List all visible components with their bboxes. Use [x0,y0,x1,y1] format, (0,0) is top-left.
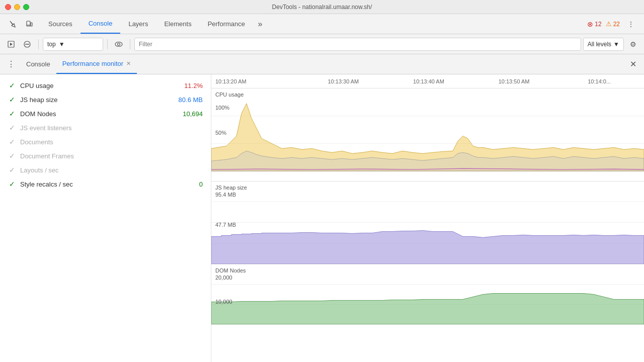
settings-button[interactable]: ⚙ [626,37,640,51]
main-content: ✓ CPU usage 11.2% ✓ JS heap size 80.6 MB… [0,74,644,362]
dom-chart-svg [211,264,644,324]
metric-name: Document Frames [20,152,203,160]
svg-point-8 [118,43,120,45]
cpu-chart: CPU usage 100% 50% [211,88,644,182]
console-toolbar: top ▼ All levels ▼ ⚙ [0,34,644,54]
check-icon: ✓ [8,124,16,132]
cpu-50-label: 50% [215,130,226,136]
metric-dom-nodes[interactable]: ✓ DOM Nodes 10,694 [0,107,211,121]
metric-layouts[interactable]: ✓ Layouts / sec [0,163,211,177]
dom-mid-label: 10,000 [215,299,232,305]
clear-console-button[interactable] [20,37,34,51]
metric-value: 11.2% [184,82,203,89]
svg-rect-1 [31,23,32,26]
metric-name: Layouts / sec [20,166,203,174]
check-icon: ✓ [8,81,16,89]
close-tab-icon[interactable]: ✕ [126,60,131,67]
inner-tab-bar: ⋮ Console Performance monitor ✕ ✕ [0,54,644,74]
check-icon: ✓ [8,138,16,146]
metric-value: 0 [199,180,203,188]
context-selector[interactable]: top ▼ [43,38,103,51]
svg-marker-20 [211,294,644,324]
metric-js-events[interactable]: ✓ JS event listeners [0,121,211,135]
metric-cpu-usage[interactable]: ✓ CPU usage 11.2% [0,78,211,93]
svg-point-7 [115,42,122,46]
nav-tab-elements[interactable]: Elements [156,14,199,34]
warning-badge[interactable]: ⚠ 22 [606,20,620,28]
error-badge[interactable]: ⊗ 12 [587,20,601,28]
time-label-4: 10:13:50 AM [471,78,557,84]
devtools-menu[interactable]: ⋮ [624,17,638,31]
dom-chart-label: DOM Nodes [215,267,246,274]
separator-3 [130,39,130,49]
nav-tabs: Sources Console Layers Elements Performa… [40,14,583,34]
dom-chart: DOM Nodes 20,000 10,000 [211,264,644,325]
metric-js-heap[interactable]: ✓ JS heap size 80.6 MB [0,93,211,107]
maximize-button[interactable] [23,4,29,10]
metric-name: DOM Nodes [20,110,183,118]
heap-chart-svg [211,182,644,264]
inspect-icon[interactable] [6,17,20,31]
heap-chart: JS heap size 95.4 MB 47.7 MB [211,182,644,264]
dom-max-label: 20,000 [215,275,232,281]
metric-name: Style recalcs / sec [20,180,199,188]
window-title: DevTools - nationalrail.umaar.now.sh/ [272,4,372,11]
nav-icons [2,17,40,31]
tab-performance-monitor[interactable]: Performance monitor ✕ [56,54,137,74]
traffic-lights [5,4,29,10]
metric-name: JS event listeners [20,124,203,132]
cpu-chart-label: CPU usage [215,92,244,98]
time-label-1: 10:13:20 AM [213,78,301,84]
nav-tab-layers[interactable]: Layers [120,14,156,34]
separator-2 [107,39,108,49]
close-panel-button[interactable]: ✕ [626,57,640,71]
metric-doc-frames[interactable]: ✓ Document Frames [0,149,211,163]
metric-value: 10,694 [183,110,203,118]
nav-tab-console[interactable]: Console [80,14,121,34]
more-tabs-button[interactable]: » [253,17,267,31]
charts-panel: 10:13:20 AM 10:13:30 AM 10:13:40 AM 10:1… [211,74,644,362]
level-selector[interactable]: All levels ▼ [583,38,624,51]
time-axis: 10:13:20 AM 10:13:30 AM 10:13:40 AM 10:1… [211,74,644,88]
time-label-2: 10:13:30 AM [301,78,386,84]
check-icon: ✓ [8,180,16,188]
tab-menu-button[interactable]: ⋮ [4,57,18,71]
check-icon: ✓ [8,166,16,174]
device-icon[interactable] [22,17,36,31]
heap-chart-label: JS heap size [215,185,247,191]
cpu-chart-svg [211,88,644,181]
frame-toggle-button[interactable] [4,37,18,51]
metric-documents[interactable]: ✓ Documents [0,135,211,149]
check-icon: ✓ [8,110,16,118]
metric-name: JS heap size [20,96,179,104]
time-label-5: 10:14:0... [556,78,642,84]
svg-marker-17 [211,230,644,264]
separator-1 [38,39,39,49]
eye-button[interactable] [112,37,126,51]
check-icon: ✓ [8,96,16,104]
nav-tab-sources[interactable]: Sources [40,14,80,34]
tab-console[interactable]: Console [20,54,56,74]
metric-name: CPU usage [20,82,184,89]
nav-bar: Sources Console Layers Elements Performa… [0,14,644,34]
time-label-3: 10:13:40 AM [386,78,471,84]
heap-mid-label: 47.7 MB [215,222,236,228]
error-icon: ⊗ [587,20,593,28]
nav-tab-performance[interactable]: Performance [200,14,253,34]
minimize-button[interactable] [14,4,20,10]
svg-marker-4 [10,43,13,46]
metric-style-recalcs[interactable]: ✓ Style recalcs / sec 0 [0,177,211,191]
close-button[interactable] [5,4,11,10]
metrics-panel: ✓ CPU usage 11.2% ✓ JS heap size 80.6 MB… [0,74,211,362]
filter-input[interactable] [134,38,581,51]
title-bar: DevTools - nationalrail.umaar.now.sh/ [0,0,644,14]
metric-name: Documents [20,138,203,146]
cpu-100-label: 100% [215,105,229,111]
warning-icon: ⚠ [606,20,612,28]
metric-value: 80.6 MB [179,96,203,104]
nav-right: ⊗ 12 ⚠ 22 ⋮ [583,17,642,31]
check-icon: ✓ [8,152,16,160]
heap-max-label: 95.4 MB [215,192,236,198]
